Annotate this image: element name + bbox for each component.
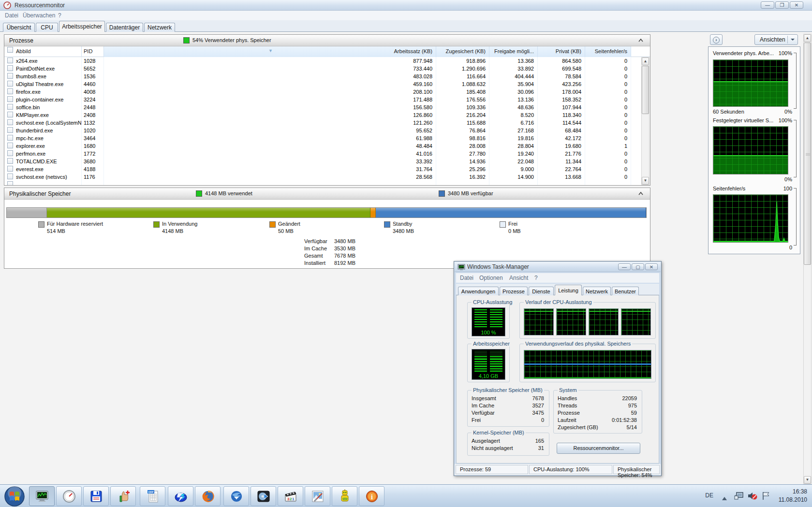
taskbar-perfmon[interactable] (56, 486, 82, 506)
menu-ansicht[interactable]: Ansicht (509, 275, 528, 281)
scrollbar-thumb[interactable] (642, 66, 649, 114)
select-all-checkbox[interactable] (7, 47, 13, 53)
table-row[interactable]: uDigital Theatre.exe4460459.1601.088.632… (4, 80, 641, 88)
menu-datei[interactable]: Datei (460, 275, 473, 281)
row-checkbox[interactable] (7, 143, 13, 148)
row-checkbox[interactable] (7, 174, 13, 179)
table-row[interactable]: everest.exe418831.76425.2969.00022.7640 (4, 165, 641, 173)
table-row[interactable]: thunderbird.exe102095.65276.86427.16868.… (4, 127, 641, 134)
taskbar-firefox[interactable] (195, 486, 221, 506)
close-button[interactable]: ✕ (790, 1, 803, 9)
scroll-up-icon[interactable]: ▲ (642, 58, 649, 65)
row-checkbox[interactable] (7, 65, 13, 71)
taskbar-everest[interactable]: i (359, 486, 384, 506)
table-row[interactable]: KMPlayer.exe2408126.860216.2048.520118.3… (4, 111, 641, 119)
clock[interactable]: 16:38 11.08.2010 (779, 488, 807, 504)
collapse-chevron-icon[interactable] (636, 190, 645, 198)
start-button[interactable] (4, 486, 25, 507)
col-zugesichert[interactable]: Zugesichert (KB) (436, 46, 489, 57)
table-row[interactable]: explorer.exe168048.48428.00828.80419.680… (4, 142, 641, 150)
window-scrollbar[interactable]: ▲ ▼ (803, 34, 812, 484)
tab-arbeitsspeicher[interactable]: Arbeitsspeicher (59, 21, 105, 32)
table-row[interactable]: perfmon.exe177241.01627.78019.24021.7760 (4, 150, 641, 158)
row-checkbox[interactable] (7, 58, 13, 63)
action-center-flag-icon[interactable] (761, 491, 771, 501)
table-row[interactable]: firefox.exe4008208.100185.40830.096178.0… (4, 88, 641, 96)
tab-netzwerk[interactable]: Netzwerk (144, 23, 175, 32)
scrollbar-thumb[interactable] (804, 43, 811, 265)
expand-panel-button[interactable]: › (710, 34, 723, 45)
col-abbild[interactable]: Abbild (15, 46, 82, 57)
network-icon[interactable] (734, 491, 744, 501)
col-pid[interactable]: PID (82, 46, 104, 57)
col-arbeitssatz[interactable]: ▼Arbeitssatz (KB) (104, 46, 436, 57)
taskbar-kmplayer[interactable] (251, 486, 276, 506)
row-checkbox[interactable] (7, 81, 13, 87)
scroll-down-icon[interactable]: ▼ (642, 177, 649, 185)
close-button[interactable]: ✕ (645, 263, 658, 270)
taskbar-z-app[interactable] (168, 486, 193, 506)
row-checkbox[interactable] (7, 96, 13, 102)
row-checkbox[interactable] (7, 158, 13, 164)
table-row[interactable]: mpc-hc.exe346461.98898.81619.81642.1720 (4, 134, 641, 142)
menu-help[interactable]: ? (58, 12, 61, 19)
col-privat[interactable]: Privat (KB) (538, 46, 585, 57)
minimize-button[interactable]: — (618, 263, 631, 270)
row-checkbox[interactable] (7, 166, 13, 172)
menu-help[interactable]: ? (534, 275, 538, 281)
resmon-titlebar[interactable]: Ressourcenmonitor — ❐ ✕ (0, 0, 812, 11)
tab-leistung[interactable]: Leistung (555, 285, 582, 295)
row-checkbox[interactable] (7, 112, 13, 117)
views-dropdown-button[interactable]: Ansichten (754, 34, 798, 45)
tab-cpu[interactable]: CPU (36, 23, 58, 32)
maximize-button[interactable]: ▢ (632, 263, 644, 270)
taskbar-paintnet[interactable] (305, 486, 330, 506)
tray-expand-icon[interactable] (722, 494, 727, 500)
process-table-scrollbar[interactable]: ▲ ▼ (641, 57, 650, 185)
tab-dienste[interactable]: Dienste (529, 287, 554, 295)
resourcemonitor-button[interactable]: Ressourcenmonitor... (557, 443, 640, 454)
col-seitenfehler[interactable]: Seitenfehler/s (585, 46, 631, 57)
taskbar-odf-app[interactable]: ODF (140, 486, 165, 506)
col-freigabe[interactable]: Freigabe mögli... (489, 46, 538, 57)
taskbar-mpc[interactable]: 3 2 1 (278, 486, 303, 506)
row-checkbox[interactable] (7, 119, 13, 125)
tab-datentraeger[interactable]: Datenträger (106, 23, 143, 32)
restore-button[interactable]: ❐ (775, 1, 789, 9)
taskbar-floppy-app[interactable] (83, 486, 109, 506)
process-table-header[interactable]: Abbild PID ▼Arbeitssatz (KB) Zugesichert… (4, 46, 650, 57)
row-checkbox[interactable] (7, 150, 13, 156)
table-row[interactable]: svchost.exe (netsvcs)117628.56816.39214.… (4, 173, 641, 181)
table-row[interactable]: x264.exe1028877.948918.89613.368864.5800 (4, 57, 641, 65)
table-row[interactable]: PaintDotNet.exe5652733.4401.290.69633.89… (4, 65, 641, 72)
row-checkbox[interactable] (7, 127, 13, 133)
taskbar-thumbs-app[interactable] (110, 486, 136, 506)
table-row[interactable]: TOTALCMD.EXE368033.39214.93622.04811.344… (4, 158, 641, 165)
table-row[interactable]: svchost.exe (LocalSystemNet...1132121.26… (4, 119, 641, 127)
menu-optionen[interactable]: Optionen (479, 275, 503, 281)
taskmgr-titlebar[interactable]: Windows Task-Manager — ▢ ✕ (455, 262, 661, 272)
table-row[interactable]: plugin-container.exe3224171.488176.55613… (4, 96, 641, 103)
scroll-down-icon[interactable]: ▼ (804, 476, 811, 484)
row-checkbox[interactable] (7, 88, 13, 94)
row-checkbox[interactable] (7, 135, 13, 141)
row-checkbox[interactable] (7, 73, 13, 79)
menu-datei[interactable]: Datei (5, 12, 18, 19)
tab-prozesse[interactable]: Prozesse (500, 287, 528, 295)
tab-benutzer[interactable]: Benutzer (612, 287, 639, 295)
table-row[interactable]: soffice.bin2448156.580109.33648.636107.9… (4, 103, 641, 111)
collapse-chevron-icon[interactable] (636, 37, 645, 44)
taskbar-qip[interactable]: qip (332, 486, 357, 506)
language-indicator[interactable]: DE (705, 492, 713, 499)
scroll-up-icon[interactable]: ▲ (804, 34, 811, 42)
row-checkbox[interactable] (7, 104, 13, 110)
menu-ueberwachen[interactable]: Überwachen (23, 12, 55, 19)
tab-netzwerk[interactable]: Netzwerk (583, 287, 611, 295)
table-row[interactable]: thumbs8.exe1536483.028116.664404.44478.5… (4, 72, 641, 80)
taskbar-resource-monitor[interactable] (29, 486, 55, 506)
volume-muted-icon[interactable] (747, 491, 758, 501)
tab-anwendungen[interactable]: Anwendungen (458, 287, 499, 295)
tab-uebersicht[interactable]: Übersicht (3, 23, 35, 32)
minimize-button[interactable]: — (761, 1, 774, 9)
taskbar-thunderbird[interactable] (223, 486, 249, 506)
